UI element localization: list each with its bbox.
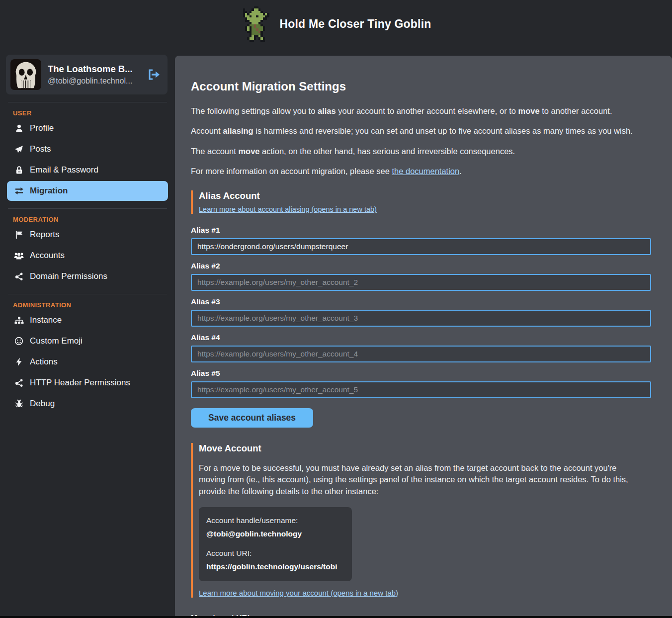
account-uri-label: Account URI: <box>206 549 341 558</box>
share-nodes-icon <box>14 378 24 387</box>
sidebar-item-label: Email & Password <box>30 165 98 175</box>
instance-title: Hold Me Closer Tiny Goblin <box>279 17 431 31</box>
user-display-name: The Loathsome B... <box>48 64 140 75</box>
sidebar-item-label: Profile <box>30 123 54 133</box>
move-account-section: Move Account For a move to be successful… <box>191 443 651 598</box>
sidebar-item-email-password[interactable]: Email & Password <box>7 160 168 180</box>
sidebar-item-accounts[interactable]: Accounts <box>7 246 168 265</box>
sidebar-item-label: Custom Emoji <box>30 336 83 346</box>
move-paragraph: For a move to be successful, you must ha… <box>199 462 636 497</box>
users-icon <box>14 251 24 260</box>
sidebar-item-label: HTTP Header Permissions <box>30 378 130 388</box>
sidebar-item-label: Posts <box>30 144 51 154</box>
page-title: Account Migration Settings <box>191 80 651 93</box>
alias-1-input[interactable] <box>191 238 651 255</box>
documentation-link[interactable]: the documentation <box>392 167 459 176</box>
user-handle: @tobi@goblin.technol... <box>48 77 140 86</box>
sidebar-item-label: Accounts <box>30 251 65 261</box>
instance-header: Hold Me Closer Tiny Goblin <box>0 0 672 48</box>
user-card-text: The Loathsome B... @tobi@goblin.technol.… <box>48 64 140 86</box>
app-window: Hold Me Closer Tiny Goblin The Loathso <box>0 0 672 618</box>
sidebar-item-label: Instance <box>30 315 62 325</box>
sidebar-section-moderation: MODERATION <box>13 216 175 223</box>
bolt-icon <box>14 357 24 366</box>
account-uri-value: https://goblin.technology/users/tobi <box>206 562 341 571</box>
lock-icon <box>14 166 24 175</box>
sidebar-item-label: Actions <box>30 357 58 367</box>
paper-plane-icon <box>14 145 24 154</box>
save-account-aliases-button[interactable]: Save account aliases <box>191 408 313 428</box>
sidebar-item-label: Domain Permissions <box>30 271 107 281</box>
sidebar: The Loathsome B... @tobi@goblin.technol.… <box>0 48 175 415</box>
main-content: Account Migration Settings The following… <box>175 56 672 618</box>
account-details-box: Account handle/username: @tobi@goblin.te… <box>199 507 352 581</box>
goblin-logo-icon <box>241 6 269 42</box>
user-card: The Loathsome B... @tobi@goblin.technol.… <box>6 55 168 94</box>
avatar <box>10 59 41 90</box>
sitemap-icon <box>14 316 24 325</box>
move-section-title: Move Account <box>199 443 651 454</box>
alias-4-input[interactable] <box>191 346 651 362</box>
alias-5-input[interactable] <box>191 381 651 398</box>
share-nodes-icon <box>14 272 24 281</box>
alias-4-label: Alias #4 <box>191 333 651 342</box>
sidebar-item-label: Debug <box>30 399 55 409</box>
sidebar-item-instance[interactable]: Instance <box>7 310 168 330</box>
alias-1-label: Alias #1 <box>191 226 651 235</box>
sidebar-item-debug[interactable]: Debug <box>7 394 168 414</box>
sidebar-item-posts[interactable]: Posts <box>7 139 168 159</box>
sidebar-divider <box>8 208 167 209</box>
bug-icon <box>14 399 24 408</box>
smile-icon <box>14 337 24 346</box>
sidebar-item-migration[interactable]: Migration <box>7 181 168 201</box>
sidebar-section-user: USER <box>13 109 175 117</box>
account-handle-value: @tobi@goblin.technology <box>206 530 341 538</box>
account-handle-label: Account handle/username: <box>206 516 341 525</box>
alias-section-title: Alias Account <box>199 190 651 201</box>
move-learn-more-link[interactable]: Learn more about moving your account (op… <box>199 589 398 597</box>
sidebar-item-label: Migration <box>30 186 68 196</box>
alias-3-input[interactable] <box>191 310 651 327</box>
intro-paragraph: For more information on account migratio… <box>191 166 651 177</box>
flag-icon <box>14 230 24 239</box>
alias-2-input[interactable] <box>191 274 651 291</box>
sidebar-item-domain-permissions[interactable]: Domain Permissions <box>7 266 168 286</box>
alias-5-label: Alias #5 <box>191 369 651 378</box>
alias-2-label: Alias #2 <box>191 262 651 270</box>
alias-3-label: Alias #3 <box>191 297 651 306</box>
alias-learn-more-link[interactable]: Learn more about account aliasing (opens… <box>199 205 377 213</box>
sidebar-item-label: Reports <box>30 230 60 240</box>
logout-button[interactable] <box>146 68 162 82</box>
sign-out-icon <box>147 69 161 81</box>
sidebar-section-administration: ADMINISTRATION <box>13 301 175 309</box>
sidebar-item-custom-emoji[interactable]: Custom Emoji <box>7 331 168 351</box>
exchange-arrows-icon <box>14 186 24 195</box>
alias-fields: Alias #1 Alias #2 Alias #3 Alias #4 Alia… <box>191 226 651 398</box>
user-icon <box>14 124 24 133</box>
sidebar-divider <box>8 102 167 102</box>
intro-paragraph: The account move action, on the other ha… <box>191 146 651 157</box>
sidebar-item-reports[interactable]: Reports <box>7 225 168 245</box>
sidebar-divider <box>8 294 167 294</box>
window-bottom-edge <box>0 616 672 618</box>
sidebar-item-http-header-permissions[interactable]: HTTP Header Permissions <box>7 373 168 393</box>
sidebar-item-actions[interactable]: Actions <box>7 352 168 372</box>
intro-paragraph: Account aliasing is harmless and reversi… <box>191 125 651 137</box>
alias-account-section: Alias Account Learn more about account a… <box>191 190 651 214</box>
intro-paragraph: The following settings allow you to alia… <box>191 105 651 117</box>
sidebar-item-profile[interactable]: Profile <box>7 118 168 138</box>
